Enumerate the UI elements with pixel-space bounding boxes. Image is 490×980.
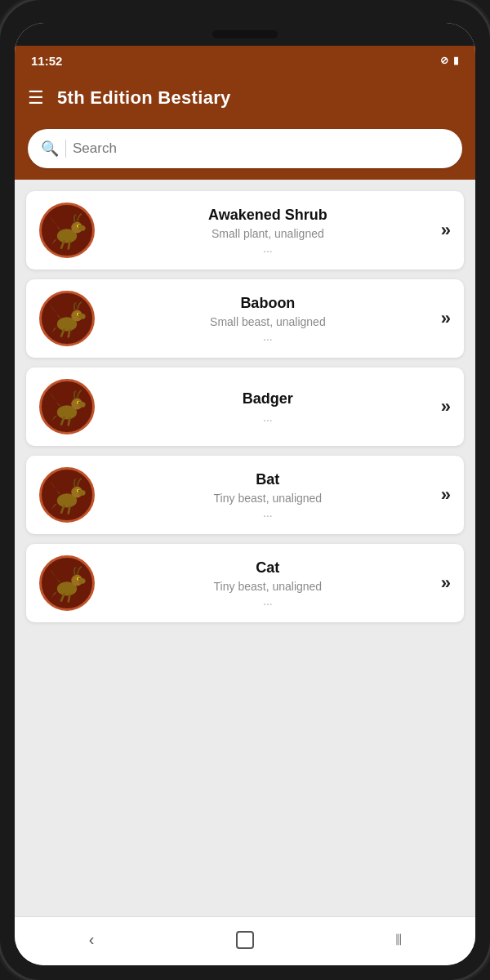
svg-point-34	[78, 578, 80, 580]
home-button[interactable]	[225, 925, 265, 955]
svg-line-25	[69, 506, 70, 514]
beast-avatar-cat	[39, 555, 95, 611]
beast-card-awakened-shrub[interactable]: Awakened ShrubSmall plant, unaligned...»	[26, 191, 464, 270]
beast-name-bat: Bat	[256, 471, 279, 488]
recent-icon: ⦀	[395, 930, 402, 949]
beast-type-baboon: Small beast, unaligned	[210, 315, 326, 328]
back-button[interactable]: ‹	[72, 925, 111, 955]
beast-avatar-bat	[39, 467, 95, 523]
status-time: 11:52	[31, 54, 62, 68]
beast-type-awakened-shrub: Small plant, unaligned	[212, 227, 324, 240]
svg-point-6	[78, 225, 80, 227]
beast-chevron-baboon: »	[441, 308, 451, 329]
beast-name-baboon: Baboon	[240, 295, 295, 312]
svg-line-18	[69, 418, 70, 425]
beast-type-cat: Tiny beast, unaligned	[214, 580, 323, 593]
beast-type-bat: Tiny beast, unaligned	[214, 492, 323, 505]
beast-card-badger[interactable]: Badger...»	[26, 368, 464, 446]
recent-button[interactable]: ⦀	[379, 925, 418, 955]
content-area: Awakened ShrubSmall plant, unaligned...»	[15, 180, 475, 916]
svg-point-13	[78, 314, 80, 315]
notch-bar	[15, 23, 475, 46]
notch	[212, 30, 278, 38]
beast-card-cat[interactable]: CatTiny beast, unaligned...»	[26, 544, 464, 622]
svg-line-31	[61, 594, 64, 601]
beast-dots-awakened-shrub: ...	[263, 242, 273, 255]
beast-chevron-badger: »	[441, 396, 451, 417]
search-icon: 🔍	[41, 140, 59, 158]
search-divider	[65, 140, 66, 158]
beast-dots-baboon: ...	[263, 330, 273, 343]
app-title: 5th Edition Bestiary	[57, 87, 231, 109]
svg-point-20	[78, 402, 80, 403]
beast-dots-cat: ...	[263, 595, 273, 608]
beast-dots-badger: ...	[263, 411, 273, 424]
beast-info-awakened-shrub: Awakened ShrubSmall plant, unaligned...	[106, 207, 430, 255]
beast-name-cat: Cat	[256, 559, 279, 577]
search-input[interactable]	[73, 140, 449, 157]
beast-avatar-badger	[39, 379, 95, 434]
search-bar-container: 🔍	[15, 121, 475, 180]
no-sim-icon: ⊘	[440, 55, 448, 66]
phone-frame: 11:52 ⊘ ▮ ☰ 5th Edition Bestiary 🔍	[0, 0, 490, 980]
beast-chevron-bat: »	[441, 484, 451, 506]
bottom-nav: ‹ ⦀	[15, 916, 475, 965]
svg-line-11	[69, 330, 70, 337]
search-bar[interactable]: 🔍	[28, 129, 462, 168]
svg-line-17	[61, 417, 64, 425]
home-icon	[236, 931, 254, 949]
beast-avatar-baboon	[39, 291, 95, 346]
svg-line-24	[61, 506, 64, 513]
beast-chevron-cat: »	[441, 572, 451, 594]
beast-info-bat: BatTiny beast, unaligned...	[106, 471, 430, 519]
svg-line-4	[69, 242, 70, 249]
beast-name-awakened-shrub: Awakened Shrub	[208, 207, 327, 224]
back-icon: ‹	[89, 930, 95, 949]
svg-line-32	[69, 595, 70, 602]
beast-info-cat: CatTiny beast, unaligned...	[106, 559, 430, 608]
app-header: ☰ 5th Edition Bestiary	[15, 75, 475, 121]
beast-info-baboon: BaboonSmall beast, unaligned...	[106, 295, 430, 343]
svg-line-10	[61, 329, 64, 336]
hamburger-menu-icon[interactable]: ☰	[28, 89, 44, 107]
beast-card-baboon[interactable]: BaboonSmall beast, unaligned...»	[26, 279, 464, 358]
beast-avatar-awakened-shrub	[39, 203, 95, 258]
beast-name-badger: Badger	[243, 390, 293, 408]
beast-info-badger: Badger...	[106, 390, 430, 424]
svg-point-27	[78, 490, 80, 492]
phone-screen: 11:52 ⊘ ▮ ☰ 5th Edition Bestiary 🔍	[15, 23, 475, 965]
status-icons: ⊘ ▮	[440, 55, 459, 66]
beast-chevron-awakened-shrub: »	[441, 220, 451, 241]
svg-line-3	[61, 241, 64, 248]
battery-icon: ▮	[453, 55, 459, 66]
status-bar: 11:52 ⊘ ▮	[15, 46, 475, 75]
beast-dots-bat: ...	[263, 506, 273, 519]
beast-card-bat[interactable]: BatTiny beast, unaligned...»	[26, 456, 464, 534]
